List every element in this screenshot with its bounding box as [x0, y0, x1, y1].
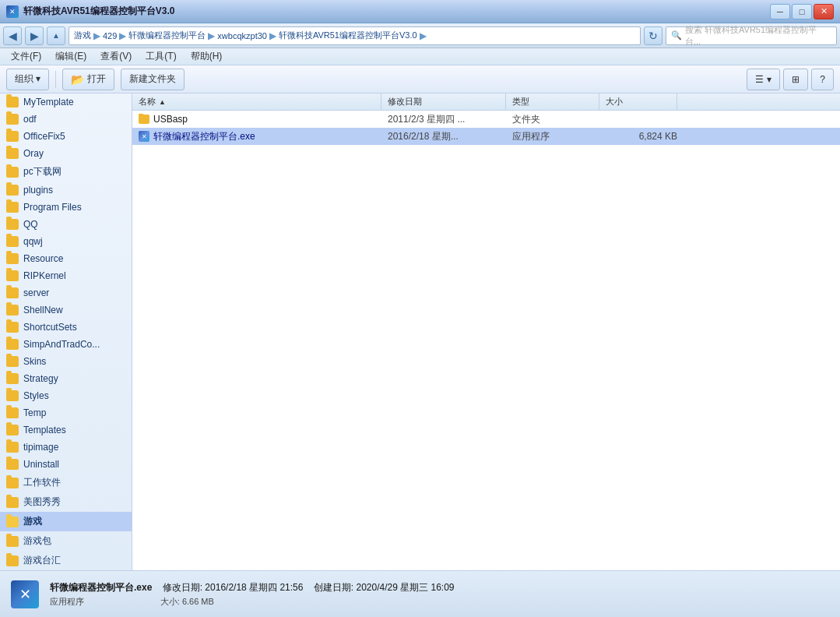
sidebar-item-officefix5[interactable]: OfficeFix5 [0, 128, 132, 145]
sidebar-item-gamecollection[interactable]: 游戏台汇 [0, 551, 132, 570]
open-button[interactable]: 📂 打开 [62, 69, 114, 90]
sidebar-item-temp[interactable]: Temp [0, 404, 132, 421]
sidebar-item-label: Styles [23, 390, 49, 401]
view-dropdown-arrow: ▾ [767, 74, 771, 85]
sidebar-item-qqwj[interactable]: qqwj [0, 233, 132, 250]
view-icon-button[interactable]: ☰ ▾ [747, 69, 780, 90]
col-header-size[interactable]: 大小 [599, 93, 677, 110]
sidebar-item-games[interactable]: 游戏 [0, 512, 132, 531]
sidebar-item-worksoftware[interactable]: 工作软件 [0, 473, 132, 492]
sidebar-item-label: MyTemplate [23, 97, 74, 108]
refresh-button[interactable]: ↻ [644, 26, 663, 45]
sidebar-item-label: odf [23, 114, 37, 125]
title-bar-left: ✕ 轩微科技AVR51编程器控制平台V3.0 [6, 5, 174, 18]
sidebar-item-label: OfficeFix5 [23, 131, 65, 142]
sidebar-item-shellnew[interactable]: ShellNew [0, 301, 132, 319]
breadcrumb-text: 游戏 [74, 30, 91, 41]
breadcrumb-sep2: ▶ [119, 30, 126, 41]
folder-icon [6, 305, 19, 316]
file-size: 6,824 KB [639, 131, 677, 142]
minimize-button[interactable]: ─ [770, 4, 790, 19]
status-filename-text: 轩微编程器控制平台.exe [50, 582, 152, 593]
folder-icon [6, 517, 19, 527]
toolbar-sep1 [55, 71, 56, 88]
sidebar-item-programfiles[interactable]: Program Files [0, 199, 132, 216]
back-button[interactable]: ◀ [3, 26, 22, 45]
folder-icon [6, 407, 19, 418]
table-row[interactable]: 轩微编程器控制平台.exe 2016/2/18 星期... 应用程序 6,824… [132, 128, 840, 145]
toolbar: 组织 ▾ 📂 打开 新建文件夹 ☰ ▾ ⊞ ? [0, 65, 840, 93]
sidebar-item-skins[interactable]: Skins [0, 353, 132, 370]
folder-icon [6, 425, 19, 435]
up-button[interactable]: ▲ [47, 26, 65, 45]
menu-edit[interactable]: 编辑(E) [49, 48, 93, 65]
search-bar[interactable]: 🔍 搜索 轩微科技AVR51编程器控制平台... [666, 26, 837, 45]
maximize-button[interactable]: □ [792, 4, 812, 19]
sidebar-item-styles[interactable]: Styles [0, 387, 132, 404]
sidebar-item-simpandtrad[interactable]: SimpAndTradCo... [0, 336, 132, 353]
breadcrumb-seg4: xwbcqkzpt30 [217, 31, 267, 41]
sidebar-item-templates[interactable]: Templates [0, 421, 132, 439]
file-name-cell: 轩微编程器控制平台.exe [135, 130, 385, 143]
col-header-type[interactable]: 类型 [506, 93, 599, 110]
sidebar-item-resource[interactable]: Resource [0, 250, 132, 267]
sidebar-item-mytemplate[interactable]: MyTemplate [0, 93, 132, 111]
breadcrumb-seg3: 轩微编程器控制平台 [128, 30, 206, 41]
new-folder-label: 新建文件夹 [129, 72, 176, 86]
folder-icon [6, 555, 19, 566]
folder-icon [6, 270, 19, 281]
title-bar-controls: ─ □ ✕ [770, 4, 834, 19]
sidebar-item-qq[interactable]: QQ [0, 216, 132, 233]
breadcrumb[interactable]: 游戏 ▶ 429 ▶ 轩微编程器控制平台 ▶ xwbcqkzpt30 ▶ 轩微科… [69, 26, 641, 45]
file-type-cell: 应用程序 [509, 130, 603, 143]
sidebar-item-uninstall[interactable]: Uninstall [0, 456, 132, 473]
sidebar-item-ripkernel[interactable]: RIPKernel [0, 267, 132, 284]
menu-file[interactable]: 文件(F) [5, 48, 47, 65]
breadcrumb-sep5: ▶ [420, 30, 427, 41]
col-type-label: 类型 [512, 96, 529, 108]
file-date: 2011/2/3 星期四 ... [388, 113, 465, 126]
sidebar-item-plugins[interactable]: plugins [0, 182, 132, 199]
forward-button[interactable]: ▶ [25, 26, 44, 45]
breadcrumb-sep3: ▶ [208, 30, 215, 41]
sidebar-item-label: 工作软件 [23, 476, 61, 489]
file-type-cell: 文件夹 [509, 113, 603, 126]
sidebar-item-label: QQ [23, 219, 38, 230]
folder-icon [6, 114, 19, 125]
menu-tools[interactable]: 工具(T) [139, 48, 182, 65]
sidebar-item-odf[interactable]: odf [0, 111, 132, 128]
sidebar-item-label: Program Files [23, 202, 82, 213]
sidebar-item-label: RIPKernel [23, 270, 66, 281]
sidebar-item-label: 游戏台汇 [23, 554, 61, 567]
sidebar-item-pcdown[interactable]: pc下载网 [0, 162, 132, 182]
main-area: MyTemplate odf OfficeFix5 Oray pc下载网 plu… [0, 93, 840, 570]
folder-icon [6, 497, 19, 508]
open-icon: 📂 [71, 73, 84, 86]
sidebar-item-gamepack[interactable]: 游戏包 [0, 531, 132, 551]
folder-icon [6, 185, 19, 196]
file-list-container: 名称 ▲ 修改日期 类型 大小 USBasp 2011/2/3 [132, 93, 840, 570]
menu-view[interactable]: 查看(V) [94, 48, 138, 65]
col-header-date[interactable]: 修改日期 [381, 93, 506, 110]
new-folder-button[interactable]: 新建文件夹 [121, 69, 185, 90]
file-list: USBasp 2011/2/3 星期四 ... 文件夹 轩微 [132, 111, 840, 570]
sidebar-item-server[interactable]: server [0, 284, 132, 301]
sidebar-item-shortcutsets[interactable]: ShortcutSets [0, 319, 132, 336]
folder-icon [6, 287, 19, 298]
menu-help[interactable]: 帮助(H) [185, 48, 229, 65]
organize-button[interactable]: 组织 ▾ [6, 69, 49, 90]
sidebar-item-strategy[interactable]: Strategy [0, 370, 132, 387]
sidebar-item-label: 游戏包 [23, 534, 51, 548]
close-button[interactable]: ✕ [814, 4, 834, 19]
table-row[interactable]: USBasp 2011/2/3 星期四 ... 文件夹 [132, 111, 840, 128]
help-button[interactable]: ? [811, 69, 834, 90]
sidebar-item-meitu[interactable]: 美图秀秀 [0, 492, 132, 512]
status-size-label: 大小: 6.66 MB [160, 597, 214, 606]
sidebar-item-oray[interactable]: Oray [0, 145, 132, 162]
view-toggle-button[interactable]: ⊞ [783, 69, 808, 90]
sidebar-item-tipimage[interactable]: tipimage [0, 439, 132, 456]
folder-icon [6, 459, 19, 470]
sidebar-item-label: Oray [23, 148, 44, 159]
col-header-name[interactable]: 名称 ▲ [132, 93, 381, 110]
sidebar-item-label: Temp [23, 407, 46, 418]
